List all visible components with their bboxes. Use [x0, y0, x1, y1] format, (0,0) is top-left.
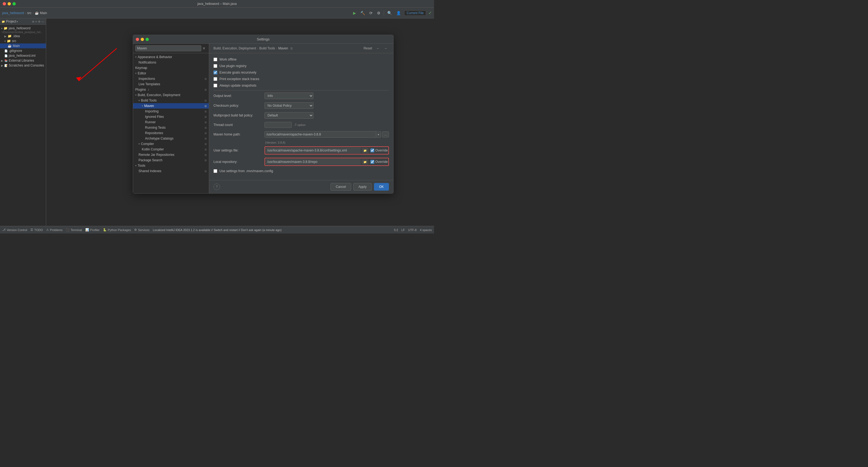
settings-search-input[interactable] — [135, 45, 201, 51]
breadcrumb-part2[interactable]: Build Tools — [259, 46, 275, 50]
python-packages-item[interactable]: 🐍 Python Packages — [103, 228, 131, 231]
nav-runner[interactable]: Runner ⊞ — [133, 120, 209, 125]
output-level-select[interactable]: Quiet Info Debug — [265, 93, 313, 99]
main-file[interactable]: ☕ Main — [0, 43, 46, 48]
nav-build-tools[interactable]: ▾ Build Tools ⊞ — [133, 98, 209, 103]
settings-button[interactable]: ⚙ — [376, 10, 381, 16]
panel-dropdown-icon[interactable]: ▾ — [17, 20, 18, 23]
nav-running-tests[interactable]: Running Tests ⊞ — [133, 125, 209, 130]
help-button[interactable]: ? — [214, 184, 220, 190]
print-exception-checkbox[interactable] — [214, 77, 217, 81]
breadcrumb-part1[interactable]: Build, Execution, Deployment — [214, 46, 256, 50]
nav-inspections[interactable]: Inspections ⊞ — [133, 76, 209, 82]
maven-home-browse-btn[interactable]: … — [382, 131, 389, 137]
apply-button[interactable]: Apply — [353, 183, 372, 191]
nav-plugins[interactable]: Plugins ℹ ⊞ — [133, 87, 209, 92]
nav-runner-label: Runner — [145, 120, 156, 124]
terminal-item[interactable]: ⬛ Terminal — [66, 228, 82, 231]
version-control-item[interactable]: ⎇ Version Control — [2, 228, 27, 231]
user-settings-browse-btn[interactable]: 📁 — [362, 148, 368, 153]
nav-tools[interactable]: ▾ Tools — [133, 163, 209, 168]
user-settings-override-checkbox[interactable] — [370, 149, 374, 152]
reset-button[interactable]: Reset — [362, 46, 374, 51]
nav-remote-jar[interactable]: Remote Jar Repositories ⊞ — [133, 152, 209, 157]
build-button[interactable]: 🔨 — [359, 10, 366, 16]
close-button[interactable] — [3, 2, 6, 5]
nav-archetype-catalogs[interactable]: Archetype Catalogs ⊞ — [133, 136, 209, 141]
local-repo-browse-btn[interactable]: 📁 — [362, 159, 368, 164]
run-button[interactable]: ▶ — [352, 10, 357, 16]
forward-button[interactable]: → — [382, 46, 389, 51]
cursor-position[interactable]: 5:2 — [394, 228, 398, 231]
search-everywhere-button[interactable]: 🔍 — [386, 10, 393, 16]
nav-appearance[interactable]: ▾ Appearance & Behavior — [133, 54, 209, 60]
local-repo-override-checkbox[interactable] — [370, 160, 374, 164]
dialog-min-btn[interactable] — [141, 38, 144, 41]
avatar-button[interactable]: 👤 — [395, 10, 402, 16]
nav-importing[interactable]: Importing ⊞ — [133, 108, 209, 114]
nav-compiler[interactable]: ▾ Compiler ⊞ — [133, 141, 209, 147]
indent[interactable]: 4 spaces — [420, 228, 432, 231]
nav-package-search[interactable]: Package Search ⊞ — [133, 157, 209, 163]
profiler-item[interactable]: 📊 Profiler — [85, 228, 100, 231]
breadcrumb-menu-icon[interactable]: ☰ — [290, 47, 293, 50]
user-settings-input[interactable] — [266, 148, 361, 153]
thread-count-input[interactable] — [265, 122, 292, 128]
file-label[interactable]: ☕ Main — [35, 11, 47, 15]
search-clear-button[interactable]: ✕ — [201, 46, 207, 51]
ok-button[interactable]: OK — [374, 183, 389, 191]
back-button[interactable]: ← — [375, 46, 381, 51]
running-tests-sync-icon: ⊞ — [205, 126, 207, 129]
current-file-label[interactable]: Current File — [404, 10, 426, 16]
use-mvn-config-checkbox[interactable] — [214, 169, 217, 173]
todo-item[interactable]: ☰ TODO — [30, 228, 43, 231]
nav-notifications[interactable]: Notifications — [133, 60, 209, 65]
multiproject-select[interactable]: Default Always Never At End By Definitio… — [265, 112, 313, 119]
panel-settings-icon[interactable]: ≡ — [35, 20, 37, 23]
problems-item[interactable]: ⚠ Problems — [46, 228, 62, 231]
encoding[interactable]: UTF-8 — [408, 228, 416, 231]
services-item[interactable]: ⚙ Services — [134, 228, 149, 231]
work-offline-checkbox[interactable] — [214, 58, 217, 61]
dialog-title-bar: Settings — [133, 35, 393, 44]
local-repo-input[interactable] — [266, 159, 361, 165]
nav-live-templates[interactable]: Live Templates — [133, 82, 209, 87]
src-label[interactable]: src — [27, 11, 31, 15]
minimize-button[interactable] — [8, 2, 11, 5]
terminal-label: Terminal — [71, 228, 82, 231]
line-ending[interactable]: LF — [401, 228, 405, 231]
src-folder[interactable]: ▾ 📁 src — [0, 38, 46, 43]
project-name[interactable]: java_helloword — [2, 11, 24, 15]
nav-build-exec[interactable]: ▾ Build, Execution, Deployment — [133, 92, 209, 98]
plugins-sync-icon: ⊞ — [205, 88, 207, 91]
iml-file[interactable]: 📄 java_helloword.iml — [0, 53, 46, 58]
checksum-policy-select[interactable]: No Global Policy Warn Fail Ignore — [265, 102, 313, 109]
nav-ignored-files[interactable]: Ignored Files ⊞ — [133, 114, 209, 120]
nav-keymap[interactable]: Keymap — [133, 65, 209, 71]
nav-editor[interactable]: ▾ Editor — [133, 71, 209, 76]
execute-goals-checkbox[interactable] — [214, 71, 217, 74]
nav-maven[interactable]: ▾ Maven ⊞ — [133, 103, 209, 108]
tree-root[interactable]: ▾ 📁 java_helloword — [0, 26, 46, 31]
nav-shared-indexes[interactable]: Shared Indexes ⊞ — [133, 168, 209, 174]
sync-button[interactable]: ⟳ — [368, 10, 374, 16]
idea-folder[interactable]: ▶ 📁 .idea — [0, 34, 46, 38]
dialog-max-btn[interactable] — [146, 38, 149, 41]
maven-home-input[interactable] — [265, 131, 376, 137]
dialog-close-btn[interactable] — [136, 38, 139, 41]
panel-gear-icon[interactable]: ⚙ — [38, 20, 40, 23]
nav-repositories[interactable]: Repositories ⊞ — [133, 130, 209, 136]
use-plugin-registry-checkbox[interactable] — [214, 64, 217, 68]
gitignore-file[interactable]: 📄 .gitignore — [0, 48, 46, 53]
maven-home-dropdown-btn[interactable]: ▾ — [376, 132, 381, 137]
nav-kotlin-compiler[interactable]: Kotlin Compiler ⊞ — [133, 147, 209, 152]
scratches[interactable]: ▶ 📝 Scratches and Consoles — [0, 63, 46, 68]
scratch-icon: 📝 — [4, 64, 8, 67]
idea-folder-icon: 📁 — [8, 34, 12, 38]
panel-close-icon[interactable]: — — [41, 20, 44, 23]
external-libraries[interactable]: ▶ 📚 External Libraries — [0, 58, 46, 63]
always-update-checkbox[interactable] — [214, 84, 217, 87]
panel-sync-icon[interactable]: ⊕ — [32, 20, 34, 23]
cancel-button[interactable]: Cancel — [331, 183, 351, 191]
maximize-button[interactable] — [12, 2, 16, 5]
